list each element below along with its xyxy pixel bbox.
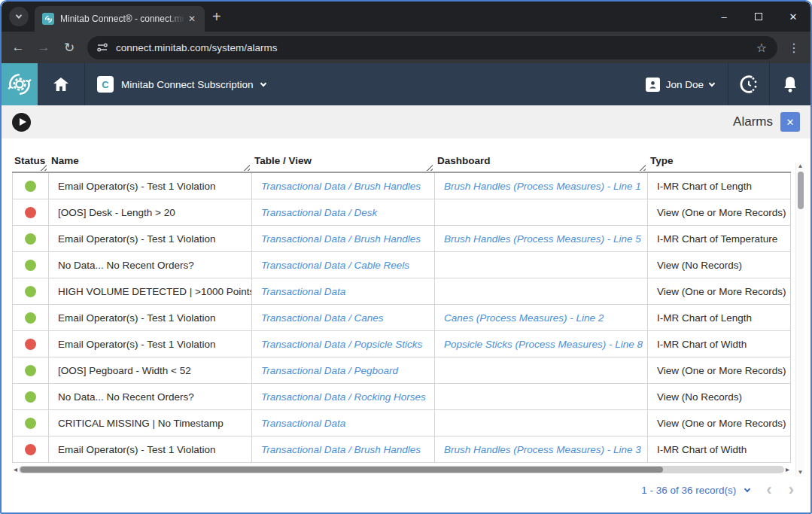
cell-type: View (One or More Records): [648, 410, 791, 436]
reload-button[interactable]: ↻: [57, 35, 81, 59]
cell-type: I-MR Chart of Temperature: [648, 226, 791, 251]
cell-status: [13, 173, 49, 199]
address-bar[interactable]: connect.minitab.com/system/alarms ☆: [87, 36, 777, 59]
cell-type: View (One or More Records): [648, 278, 791, 304]
column-header-status[interactable]: Status: [12, 155, 48, 172]
cell-type: I-MR Chart of Width: [648, 331, 791, 357]
browser-menu-icon[interactable]: ⋮: [783, 41, 804, 55]
prev-page-button[interactable]: ‹: [766, 482, 771, 497]
cell-name: Email Operator(s) - Test 1 Violation: [49, 331, 252, 357]
table-row[interactable]: CRITICAL MISSING | No Timestamp Transact…: [12, 410, 791, 436]
person-icon: [648, 80, 658, 90]
table-row[interactable]: Email Operator(s) - Test 1 Violation Tra…: [12, 226, 791, 252]
horizontal-scroll-thumb[interactable]: [20, 467, 663, 473]
cell-name: Email Operator(s) - Test 1 Violation: [49, 305, 252, 330]
scroll-down-icon[interactable]: ▼: [798, 469, 804, 476]
table-row[interactable]: Email Operator(s) - Test 1 Violation Tra…: [12, 436, 791, 463]
minitab-connect-logo[interactable]: [2, 63, 38, 105]
column-header-name[interactable]: Name: [48, 155, 251, 172]
scroll-up-icon[interactable]: ▲: [798, 163, 804, 170]
close-window-button[interactable]: ✕: [776, 2, 810, 32]
cell-dashboard[interactable]: [435, 357, 648, 383]
chevron-down-icon: [16, 12, 22, 18]
vertical-scrollbar[interactable]: ▲ ▼: [795, 163, 804, 476]
tab-search-button[interactable]: [9, 7, 29, 26]
scheduler-button[interactable]: [728, 63, 769, 105]
cell-table-view[interactable]: Transactional Data: [252, 410, 435, 436]
cell-dashboard[interactable]: Brush Handles (Process Measures) - Line …: [435, 226, 648, 251]
cell-table-view[interactable]: Transactional Data / Canes: [252, 305, 435, 330]
cell-table-view[interactable]: Transactional Data: [252, 278, 435, 304]
cell-table-view[interactable]: Transactional Data / Cable Reels: [252, 252, 435, 278]
horizontal-scrollbar[interactable]: ◂ ▸: [12, 465, 791, 473]
pagination-footer: 1 - 36 of 36 record(s) ‹ ›: [2, 473, 810, 506]
maximize-button[interactable]: [741, 2, 776, 32]
back-button[interactable]: ←: [6, 35, 30, 59]
status-dot: [25, 181, 36, 192]
cell-table-view[interactable]: Transactional Data / Brush Handles: [252, 173, 435, 199]
chevron-down-icon[interactable]: [260, 80, 266, 86]
tab-close-icon[interactable]: ✕: [185, 12, 199, 26]
horizontal-scroll-track[interactable]: [19, 466, 784, 473]
panel-close-button[interactable]: ✕: [780, 112, 800, 132]
cell-dashboard[interactable]: [435, 384, 648, 409]
table-row[interactable]: [OOS] Pegboard - Width < 52 Transactiona…: [12, 357, 791, 384]
cell-dashboard[interactable]: [435, 410, 648, 436]
cell-dashboard[interactable]: Brush Handles (Process Measures) - Line …: [435, 436, 648, 462]
new-tab-button[interactable]: +: [205, 8, 232, 32]
column-header-type[interactable]: Type: [647, 155, 791, 172]
table-row[interactable]: HIGH VOLUME DETECTED | >1000 Points Tran…: [12, 278, 791, 305]
site-settings-icon[interactable]: [96, 41, 108, 53]
scroll-left-icon[interactable]: ◂: [12, 465, 19, 473]
status-dot: [25, 391, 36, 403]
browser-tab[interactable]: Minitab Connect® - connect.mi ✕: [35, 6, 205, 32]
status-dot: [25, 286, 36, 297]
table-row[interactable]: Email Operator(s) - Test 1 Violation Tra…: [12, 173, 791, 199]
vertical-scroll-thumb[interactable]: [798, 172, 804, 209]
user-menu[interactable]: Jon Doe: [632, 78, 728, 92]
cell-table-view[interactable]: Transactional Data / Desk: [252, 199, 435, 225]
cell-dashboard[interactable]: Popsicle Sticks (Process Measures) - Lin…: [435, 331, 648, 357]
status-dot: [25, 207, 36, 218]
cell-name: No Data... No Recent Orders?: [49, 252, 252, 278]
url-text[interactable]: connect.minitab.com/system/alarms: [116, 42, 753, 53]
cell-table-view[interactable]: Transactional Data / Brush Handles: [252, 226, 435, 251]
cell-status: [13, 252, 49, 278]
records-dropdown[interactable]: 1 - 36 of 36 record(s): [641, 485, 750, 496]
home-icon: [53, 77, 69, 92]
minimize-button[interactable]: –: [707, 2, 741, 32]
cell-table-view[interactable]: Transactional Data / Rocking Horses: [252, 384, 435, 409]
notifications-button[interactable]: [770, 63, 810, 105]
cell-table-view[interactable]: Transactional Data / Pegboard: [252, 357, 435, 383]
forward-button[interactable]: →: [32, 35, 56, 59]
cell-name: [OOS] Desk - Length > 20: [49, 199, 252, 225]
window-controls: – ✕: [707, 2, 810, 32]
cell-status: [13, 199, 49, 225]
cell-status: [13, 278, 49, 304]
table-row[interactable]: No Data... No Recent Orders? Transaction…: [12, 252, 791, 278]
subscription-dropdown[interactable]: Minitab Connect Subscription: [121, 79, 254, 90]
bookmark-star-icon[interactable]: ☆: [753, 41, 770, 55]
table-row[interactable]: [OOS] Desk - Length > 20 Transactional D…: [12, 199, 791, 226]
cell-dashboard[interactable]: [435, 199, 648, 225]
workspace-badge[interactable]: C: [97, 76, 114, 93]
cell-status: [13, 410, 49, 436]
cell-table-view[interactable]: Transactional Data / Popsicle Sticks: [252, 331, 435, 357]
column-header-dashboard[interactable]: Dashboard: [434, 155, 647, 172]
home-button[interactable]: [38, 77, 84, 92]
cell-name: Email Operator(s) - Test 1 Violation: [49, 226, 252, 251]
cell-dashboard[interactable]: Brush Handles (Process Measures) - Line …: [435, 173, 648, 199]
cell-dashboard[interactable]: [435, 278, 648, 304]
scroll-right-icon[interactable]: ▸: [784, 465, 791, 473]
table-row[interactable]: No Data... No Recent Orders? Transaction…: [12, 384, 791, 410]
run-button[interactable]: [12, 113, 31, 132]
table-row[interactable]: Email Operator(s) - Test 1 Violation Tra…: [12, 331, 791, 357]
bell-icon: [782, 75, 798, 93]
cell-dashboard[interactable]: [435, 252, 648, 278]
cell-dashboard[interactable]: Canes (Process Measures) - Line 2: [435, 305, 648, 330]
next-page-button[interactable]: ›: [789, 482, 794, 497]
column-header-table-view[interactable]: Table / View: [251, 155, 434, 172]
panel-title: Alarms: [733, 114, 773, 129]
cell-table-view[interactable]: Transactional Data / Brush Handles: [252, 436, 435, 462]
table-row[interactable]: Email Operator(s) - Test 1 Violation Tra…: [12, 305, 791, 331]
